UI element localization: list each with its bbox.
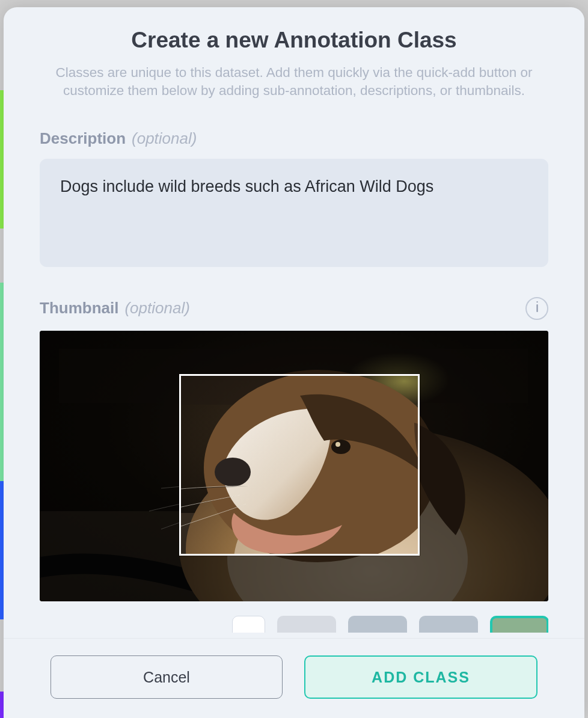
- modal-title: Create a new Annotation Class: [28, 28, 560, 53]
- thumbnail-option[interactable]: [277, 616, 336, 633]
- thumbnail-option[interactable]: [419, 616, 478, 633]
- modal-body: Description (optional) Thumbnail (option…: [4, 112, 584, 638]
- svg-point-19: [215, 458, 251, 486]
- thumbnail-option-none[interactable]: None: [232, 616, 265, 633]
- thumbnail-option[interactable]: [348, 616, 407, 633]
- thumbnail-label-row: Thumbnail (optional): [40, 297, 548, 320]
- description-label-text: Description: [40, 129, 126, 148]
- svg-point-21: [335, 442, 340, 447]
- modal-subtitle: Classes are unique to this dataset. Add …: [35, 64, 553, 100]
- add-class-button[interactable]: ADD CLASS: [304, 655, 537, 699]
- thumbnail-crop-preview[interactable]: [40, 331, 548, 601]
- thumbnail-crop-window[interactable]: [179, 374, 420, 556]
- create-annotation-class-modal: Create a new Annotation Class Classes ar…: [4, 7, 584, 718]
- svg-point-20: [331, 440, 351, 454]
- thumbnail-info-button[interactable]: [525, 297, 548, 320]
- thumbnail-option-none-label: None: [233, 631, 265, 633]
- svg-point-0: [536, 301, 537, 302]
- description-label: Description (optional): [40, 129, 548, 148]
- description-input[interactable]: [40, 159, 548, 267]
- cancel-button[interactable]: Cancel: [51, 655, 283, 699]
- thumbnail-options-strip: None: [40, 616, 548, 633]
- description-optional-text: (optional): [132, 129, 197, 148]
- info-icon: [535, 301, 539, 316]
- modal-header: Create a new Annotation Class Classes ar…: [4, 7, 584, 112]
- thumbnail-option-selected[interactable]: [490, 616, 548, 633]
- modal-footer: Cancel ADD CLASS: [4, 638, 584, 718]
- thumbnail-label-text: Thumbnail: [40, 299, 118, 318]
- thumbnail-optional-text: (optional): [124, 299, 189, 318]
